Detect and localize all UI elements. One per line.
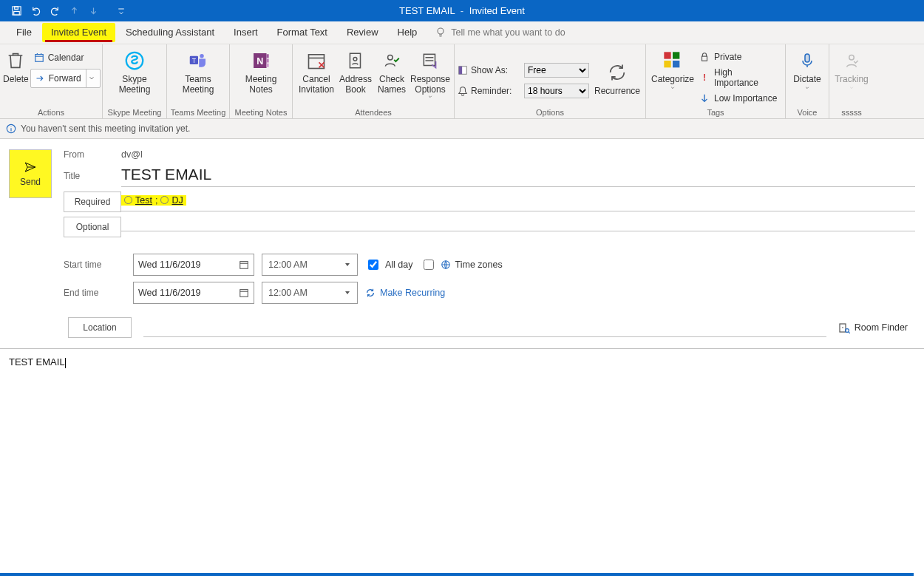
teams-meeting-button[interactable]: T Teams Meeting — [175, 46, 221, 95]
optional-button[interactable]: Optional — [64, 217, 121, 237]
categorize-button[interactable]: Categorize — [649, 46, 696, 90]
start-date-picker[interactable]: Wed 11/6/2019 — [133, 254, 254, 276]
address-book-button[interactable]: Address Book — [337, 46, 374, 95]
meeting-form: Send From dv@l Title TEST EMAIL Required… — [0, 139, 924, 310]
recipient-test[interactable]: Test — [135, 195, 152, 206]
title-label: Title — [64, 171, 121, 181]
end-date-picker[interactable]: Wed 11/6/2019 — [133, 282, 254, 304]
svg-rect-20 — [459, 67, 462, 75]
customize-qat-icon[interactable] — [112, 3, 130, 19]
tab-file[interactable]: File — [7, 23, 41, 42]
location-button[interactable]: Location — [68, 317, 132, 338]
from-value: dv@l — [121, 149, 915, 160]
tell-me-search[interactable]: Tell me what you want to do — [435, 27, 565, 38]
title-bar: TEST EMAIL - Invited Event — [0, 0, 924, 21]
microphone-icon — [795, 49, 819, 72]
end-time-label: End time — [64, 288, 121, 298]
reminder-label: Reminder: — [471, 86, 521, 96]
make-recurring-button[interactable]: Make Recurring — [365, 288, 445, 298]
copy-to-calendar-button[interactable]: Calendar — [30, 49, 101, 67]
message-body[interactable]: TEST EMAIL — [0, 349, 924, 376]
svg-point-17 — [388, 55, 393, 60]
group-skype-label: Skype Meeting — [103, 108, 166, 118]
window-footer — [0, 573, 914, 576]
end-time-picker[interactable]: 12:00 AM — [262, 282, 358, 304]
svg-point-8 — [200, 54, 204, 58]
undo-icon[interactable] — [27, 3, 44, 19]
room-finder-button[interactable]: Room Finder — [838, 322, 911, 333]
svg-rect-26 — [805, 54, 809, 62]
location-input[interactable] — [143, 319, 826, 337]
tab-help[interactable]: Help — [389, 23, 427, 42]
tab-format-text[interactable]: Format Text — [268, 23, 336, 42]
svg-rect-14 — [309, 55, 325, 69]
group-tags-label: Tags — [646, 108, 785, 118]
show-as-icon — [458, 65, 468, 75]
chevron-down-icon — [849, 86, 855, 90]
required-input[interactable]: Test; DJ — [121, 192, 915, 212]
chevron-down-icon[interactable] — [86, 70, 97, 87]
tracking-button: Tracking — [832, 46, 871, 90]
all-day-checkbox[interactable]: All day — [365, 257, 413, 272]
arrow-right-icon — [34, 74, 46, 83]
tab-insert[interactable]: Insert — [225, 23, 267, 42]
arrow-up-icon — [65, 3, 83, 19]
trash-icon — [4, 49, 27, 72]
svg-rect-21 — [664, 52, 670, 58]
chevron-down-icon — [427, 95, 433, 99]
save-icon[interactable] — [7, 3, 25, 19]
chevron-down-icon — [804, 86, 810, 90]
lock-icon — [699, 52, 710, 62]
globe-icon — [441, 260, 451, 270]
private-button[interactable]: Private — [696, 49, 782, 65]
svg-point-27 — [849, 55, 855, 60]
svg-rect-1 — [14, 7, 18, 10]
tab-scheduling[interactable]: Scheduling Assistant — [117, 23, 223, 42]
show-as-select[interactable]: Free — [524, 63, 589, 78]
exclamation-icon: ! — [699, 72, 710, 83]
svg-text:N: N — [257, 56, 263, 67]
send-button[interactable]: Send — [9, 149, 52, 198]
svg-rect-4 — [35, 55, 43, 62]
group-attendees-label: Attendees — [293, 108, 454, 118]
start-time-picker[interactable]: 12:00 AM — [262, 254, 358, 276]
tab-invited-event[interactable]: Invited Event — [42, 23, 115, 42]
title-input[interactable]: TEST EMAIL — [121, 164, 915, 187]
meeting-notes-button[interactable]: N Meeting Notes — [238, 46, 284, 95]
forward-button[interactable]: Forward — [30, 69, 101, 88]
svg-rect-22 — [673, 52, 679, 58]
optional-input[interactable] — [121, 223, 915, 231]
dictate-button[interactable]: Dictate — [789, 46, 826, 90]
required-button[interactable]: Required — [64, 192, 121, 212]
recipient-dj[interactable]: DJ — [171, 195, 183, 206]
svg-rect-29 — [240, 262, 248, 269]
ribbon: Delete Calendar Forward Actions — [0, 44, 924, 119]
reminder-select[interactable]: 18 hours — [524, 84, 589, 98]
redo-icon[interactable] — [46, 3, 64, 19]
arrow-down-icon — [699, 93, 710, 104]
onenote-icon: N — [249, 49, 273, 72]
show-as-label: Show As: — [471, 65, 521, 75]
info-icon — [6, 123, 16, 134]
svg-rect-23 — [664, 61, 670, 67]
presence-icon — [160, 196, 169, 204]
low-importance-button[interactable]: Low Importance — [696, 90, 782, 106]
delete-button[interactable]: Delete — [3, 46, 29, 84]
group-options-label: Options — [455, 108, 645, 118]
cancel-invitation-button[interactable]: Cancel Invitation — [296, 46, 337, 95]
calendar-icon — [239, 288, 249, 298]
svg-rect-18 — [424, 54, 435, 65]
response-options-button[interactable]: Response Options — [410, 46, 451, 99]
recurrence-button[interactable]: Recurrence — [592, 58, 642, 96]
high-importance-button[interactable]: ! High Importance — [696, 70, 782, 86]
time-zones-checkbox[interactable]: Time zones — [421, 257, 503, 272]
group-notes-label: Meeting Notes — [230, 108, 292, 118]
tab-review[interactable]: Review — [338, 23, 387, 42]
skype-meeting-button[interactable]: Skype Meeting — [112, 46, 157, 95]
check-names-button[interactable]: Check Names — [374, 46, 410, 95]
teams-icon: T — [186, 49, 210, 72]
calendar-icon — [239, 260, 249, 270]
group-teams-label: Teams Meeting — [167, 108, 229, 118]
svg-point-3 — [438, 28, 444, 34]
skype-icon — [123, 49, 146, 72]
